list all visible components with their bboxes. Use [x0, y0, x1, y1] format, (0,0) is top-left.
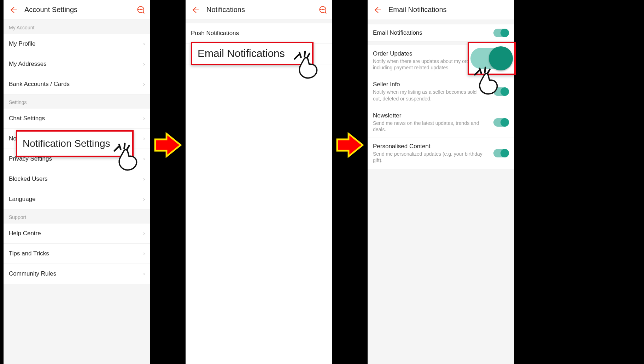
- svg-point-0: [139, 9, 139, 10]
- toggle-personalised-content[interactable]: Personalised Content Send me personalize…: [368, 138, 514, 169]
- chevron-right-icon: ›: [143, 176, 145, 182]
- row-sub: Notify when my listing as a seller becom…: [373, 89, 484, 102]
- highlight-email-notifications: Email Notifications: [191, 42, 314, 65]
- header: Email Notifications: [368, 0, 514, 19]
- back-arrow-icon[interactable]: [9, 6, 17, 14]
- row-tips-tricks[interactable]: Tips and Tricks›: [4, 244, 150, 264]
- chevron-right-icon: ›: [143, 135, 145, 142]
- header: Notifications: [186, 0, 332, 20]
- toggle-seller-info[interactable]: Seller Info Notify when my listing as a …: [368, 76, 514, 107]
- row-chat-settings[interactable]: Chat Settings›: [4, 109, 150, 129]
- back-arrow-icon[interactable]: [373, 6, 381, 14]
- svg-point-2: [141, 9, 142, 10]
- row-label: Chat Settings: [9, 115, 45, 122]
- header-title: Email Notifications: [388, 6, 447, 14]
- highlight-label: Email Notifications: [198, 47, 285, 59]
- header-title: Account Settings: [24, 6, 77, 14]
- row-bank-accounts[interactable]: Bank Accounts / Cards›: [4, 74, 150, 94]
- row-community-rules[interactable]: Community Rules›: [4, 264, 150, 284]
- chevron-right-icon: ›: [143, 156, 145, 162]
- row-my-profile[interactable]: My Profile›: [4, 34, 150, 54]
- row-label: Tips and Tricks: [9, 250, 49, 257]
- row-title: Personalised Content: [373, 143, 484, 150]
- toggle-switch-icon[interactable]: [493, 87, 509, 96]
- row-label: Community Rules: [9, 270, 56, 277]
- row-language[interactable]: Language›: [4, 189, 150, 209]
- row-label: Language: [9, 196, 36, 203]
- row-push-notifications[interactable]: Push Notifications: [186, 23, 332, 44]
- chevron-right-icon: ›: [143, 196, 145, 202]
- highlight-notification-settings: Notification Settings: [16, 130, 134, 157]
- flow-arrow-icon: [336, 131, 364, 159]
- row-sub: Send me news on the latest updates, tren…: [373, 120, 484, 133]
- chevron-right-icon: ›: [143, 250, 145, 257]
- chat-icon[interactable]: [318, 5, 327, 15]
- row-title: Seller Info: [373, 81, 484, 88]
- row-label: My Addresses: [9, 60, 47, 68]
- big-toggle-switch-icon: [470, 48, 513, 69]
- highlight-order-updates-toggle: [468, 42, 516, 75]
- svg-point-1: [140, 9, 141, 10]
- row-title: Newsletter: [373, 112, 484, 119]
- svg-point-8: [322, 9, 323, 10]
- row-help-centre[interactable]: Help Centre›: [4, 224, 150, 244]
- section-header-my-account: My Account: [4, 20, 150, 34]
- screen-account-settings: Account Settings My Account My Profile› …: [4, 0, 150, 364]
- row-my-addresses[interactable]: My Addresses›: [4, 54, 150, 74]
- chat-icon[interactable]: [136, 5, 145, 15]
- svg-point-9: [323, 9, 324, 10]
- toggle-newsletter[interactable]: Newsletter Send me news on the latest up…: [368, 107, 514, 138]
- svg-marker-18: [155, 134, 181, 156]
- chevron-right-icon: ›: [143, 271, 145, 277]
- header: Account Settings: [4, 0, 150, 20]
- back-arrow-icon[interactable]: [191, 6, 199, 14]
- row-label: Help Centre: [9, 230, 41, 237]
- row-blocked-users[interactable]: Blocked Users›: [4, 169, 150, 189]
- section-header-support: Support: [4, 209, 150, 224]
- row-label: My Profile: [9, 40, 36, 47]
- chevron-right-icon: ›: [143, 115, 145, 122]
- toggle-switch-icon[interactable]: [493, 118, 509, 127]
- section-header-settings: Settings: [4, 94, 150, 109]
- toggle-switch-icon[interactable]: [493, 29, 509, 37]
- chevron-right-icon: ›: [143, 61, 145, 67]
- chevron-right-icon: ›: [143, 41, 145, 47]
- row-label: Bank Accounts / Cards: [9, 81, 70, 88]
- header-title: Notifications: [206, 6, 245, 14]
- row-label: Push Notifications: [191, 30, 239, 37]
- toggle-email-notifications[interactable]: Email Notifications: [368, 24, 514, 42]
- row-sub: Send me personalized updates (e.g. your …: [373, 151, 484, 163]
- row-title: Email Notifications: [373, 29, 484, 36]
- chevron-right-icon: ›: [143, 230, 145, 237]
- chevron-right-icon: ›: [143, 81, 145, 87]
- row-label: Blocked Users: [9, 175, 48, 183]
- toggle-switch-icon[interactable]: [493, 149, 509, 157]
- svg-point-7: [321, 9, 321, 10]
- highlight-label: Notification Settings: [23, 138, 110, 149]
- flow-arrow-icon: [154, 131, 182, 159]
- svg-marker-19: [337, 134, 363, 156]
